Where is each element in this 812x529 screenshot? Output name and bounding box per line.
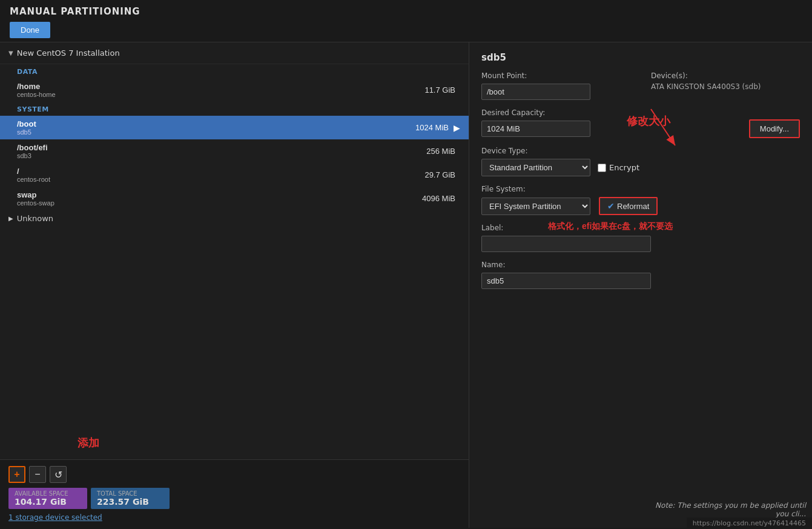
- partition-sub-home: centos-home: [17, 91, 424, 98]
- reformat-button[interactable]: ✔ Reformat: [599, 197, 658, 215]
- device-type-section: Device Type: Standard Partition LVM LVM …: [481, 147, 800, 176]
- installation-title: New CentOS 7 Installation: [17, 48, 120, 58]
- bottom-bar: + − ↺ AVAILABLE SPACE 104.17 GiB TOTAL S…: [0, 459, 469, 528]
- reset-partition-button[interactable]: ↺: [50, 466, 67, 483]
- partition-size-boot-efi: 256 MiB: [426, 147, 455, 156]
- mount-point-group: Mount Point:: [481, 72, 590, 100]
- devices-label: Device(s):: [651, 72, 761, 80]
- partition-size-home: 11.7 GiB: [424, 85, 455, 95]
- total-space-label: TOTAL SPACE: [97, 490, 163, 497]
- partition-info-home: /home centos-home: [17, 82, 424, 98]
- encrypt-checkbox[interactable]: [598, 164, 606, 172]
- partition-size-swap: 4096 MiB: [422, 194, 455, 203]
- note-text: Note: The settings you m be applied unti…: [649, 501, 806, 518]
- right-panel: sdb5 Mount Point: Device(s): ATA KINGSTO…: [469, 42, 812, 528]
- partition-sub-boot: sdb5: [17, 128, 415, 136]
- partition-detail-title: sdb5: [481, 52, 800, 63]
- desired-capacity-label: Desired Capacity:: [481, 108, 590, 117]
- partition-name-home: /home: [17, 82, 424, 91]
- partition-row-home[interactable]: /home centos-home 11.7 GiB: [0, 78, 469, 102]
- installation-header: ▼ New CentOS 7 Installation: [0, 42, 469, 64]
- available-space-label: AVAILABLE SPACE: [15, 490, 81, 497]
- page-title: MANUAL PARTITIONING: [10, 6, 802, 17]
- partition-info-boot: /boot sdb5: [17, 119, 415, 136]
- total-space-value: 223.57 GiB: [97, 497, 163, 507]
- mount-point-input[interactable]: [481, 84, 590, 100]
- label-field-label: Label:: [481, 224, 800, 232]
- encrypt-checkbox-label[interactable]: Encrypt: [598, 163, 639, 172]
- partition-info-root: / centos-root: [17, 167, 424, 183]
- encrypt-label: Encrypt: [609, 163, 639, 172]
- collapse-arrow-icon: ▼: [8, 50, 13, 56]
- partition-row-boot-efi[interactable]: /boot/efi sdb3 256 MiB: [0, 139, 469, 163]
- partition-row-swap[interactable]: swap centos-swap 4096 MiB: [0, 187, 469, 210]
- partition-name-swap: swap: [17, 190, 422, 199]
- partition-size-boot: 1024 MiB: [415, 123, 449, 132]
- name-input[interactable]: [481, 273, 651, 289]
- partition-sub-root: centos-root: [17, 176, 424, 183]
- main-layout: ▼ New CentOS 7 Installation DATA /home c…: [0, 42, 812, 528]
- partition-arrow-boot: ▶: [454, 123, 460, 133]
- device-type-row: Standard Partition LVM LVM Thin Provisio…: [481, 159, 800, 176]
- unknown-row[interactable]: ▶ Unknown: [0, 210, 469, 227]
- devices-value: ATA KINGSTON SA400S3 (sdb): [651, 82, 761, 91]
- filesystem-label: File System:: [481, 185, 800, 193]
- partition-name-root: /: [17, 167, 424, 176]
- space-indicators: AVAILABLE SPACE 104.17 GiB TOTAL SPACE 2…: [8, 488, 461, 509]
- partition-size-root: 29.7 GiB: [424, 170, 455, 179]
- label-section: Label:: [481, 224, 800, 252]
- title-bar: MANUAL PARTITIONING Done: [0, 0, 812, 42]
- label-input[interactable]: [481, 236, 651, 252]
- mount-devices-row: Mount Point: Device(s): ATA KINGSTON SA4…: [481, 72, 800, 100]
- device-type-select[interactable]: Standard Partition LVM LVM Thin Provisio…: [481, 159, 590, 176]
- available-space-value: 104.17 GiB: [15, 497, 81, 507]
- device-type-label: Device Type:: [481, 147, 800, 155]
- partition-sub-swap: centos-swap: [17, 199, 422, 207]
- section-label-data: DATA: [0, 64, 469, 78]
- storage-device-link[interactable]: 1 storage device selected: [8, 513, 102, 522]
- section-label-system: SYSTEM: [0, 102, 469, 116]
- reformat-check-icon: ✔: [607, 201, 615, 211]
- capacity-modify-row: Desired Capacity: Modify...: [481, 108, 800, 138]
- unknown-arrow-icon: ▶: [8, 215, 13, 222]
- devices-group: Device(s): ATA KINGSTON SA400S3 (sdb): [651, 72, 761, 91]
- modify-button[interactable]: Modify...: [749, 119, 800, 138]
- mount-point-label: Mount Point:: [481, 72, 590, 80]
- left-panel: ▼ New CentOS 7 Installation DATA /home c…: [0, 42, 469, 528]
- name-section: Name:: [481, 261, 800, 289]
- partition-row-boot[interactable]: /boot sdb5 1024 MiB ▶: [0, 116, 469, 139]
- total-space-box: TOTAL SPACE 223.57 GiB: [91, 488, 170, 509]
- desired-capacity-group: Desired Capacity:: [481, 108, 590, 137]
- available-space-box: AVAILABLE SPACE 104.17 GiB: [8, 488, 87, 509]
- partition-sub-boot-efi: sdb3: [17, 152, 426, 159]
- filesystem-select[interactable]: EFI System Partition ext4 ext3 xfs swap: [481, 198, 590, 215]
- done-button[interactable]: Done: [10, 22, 50, 38]
- filesystem-section: File System: EFI System Partition ext4 e…: [481, 185, 800, 215]
- remove-partition-button[interactable]: −: [29, 466, 46, 483]
- url-bar: https://blog.csdn.net/y476414465: [687, 517, 812, 529]
- bottom-controls: + − ↺: [8, 466, 461, 483]
- add-partition-button[interactable]: +: [8, 466, 25, 483]
- name-label: Name:: [481, 261, 800, 269]
- desired-capacity-input[interactable]: [481, 121, 590, 137]
- partition-name-boot-efi: /boot/efi: [17, 143, 426, 152]
- unknown-label: Unknown: [17, 214, 53, 223]
- partition-row-root[interactable]: / centos-root 29.7 GiB: [0, 163, 469, 187]
- partition-info-boot-efi: /boot/efi sdb3: [17, 143, 426, 159]
- partition-info-swap: swap centos-swap: [17, 190, 422, 207]
- reformat-label: Reformat: [617, 202, 649, 211]
- filesystem-row: EFI System Partition ext4 ext3 xfs swap …: [481, 197, 800, 215]
- partition-name-boot: /boot: [17, 119, 415, 128]
